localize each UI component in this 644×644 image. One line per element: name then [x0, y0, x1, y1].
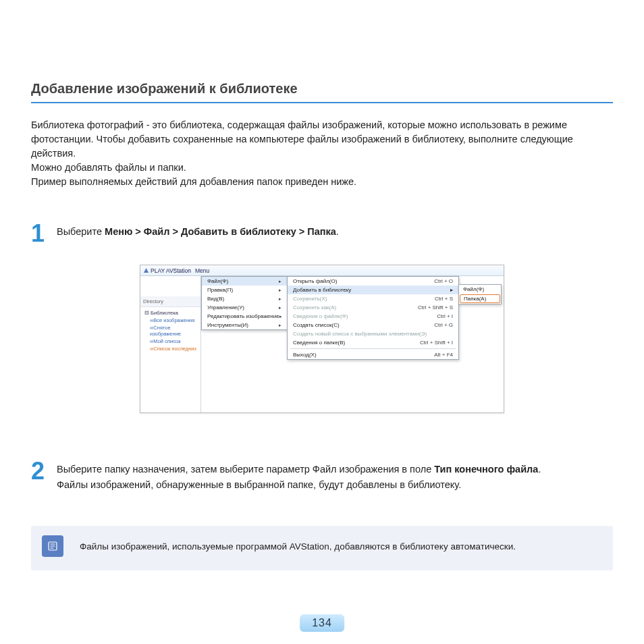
- app-sidebar: Directory ⊟ Библиотека ∞Все изображения …: [140, 276, 201, 412]
- menu-item-tools[interactable]: Инструменты(И)▸: [202, 321, 287, 329]
- tree-item-recent[interactable]: ∞Список последних: [143, 345, 200, 352]
- submenu2-item-folder[interactable]: Папка(A): [460, 294, 500, 303]
- step-1-body: Выберите Меню > Файл > Добавить в библио…: [57, 223, 339, 239]
- intro-para-2: Можно добавлять файлы и папки.: [31, 162, 186, 173]
- app-title: PLAY AVStation: [151, 267, 191, 274]
- app-titlebar: PLAY AVStation Menu: [140, 265, 504, 276]
- chevron-right-icon: ▸: [450, 287, 453, 293]
- step-2-number: 2: [31, 460, 50, 482]
- chevron-right-icon: ▸: [279, 323, 281, 328]
- step-2: 2 Выберите папку назначения, затем выбер…: [31, 460, 613, 492]
- submenu2-item-file[interactable]: Файл(Ф): [459, 285, 501, 294]
- sidebar-directory-label: Directory: [140, 296, 200, 307]
- chevron-right-icon: ▸: [279, 314, 282, 319]
- app-menu-label[interactable]: Menu: [195, 267, 209, 274]
- page-number: 134: [300, 614, 344, 632]
- menu-item-edit-image[interactable]: Редактировать изображение▸: [202, 312, 287, 321]
- tree-item-all-images[interactable]: ∞Все изображения: [143, 317, 200, 324]
- tree-item-my-list[interactable]: ∞Мой список: [143, 338, 200, 345]
- sidebar-tree: ⊟ Библиотека ∞Все изображения ∞Снятое из…: [140, 307, 200, 352]
- note-icon: [42, 535, 63, 557]
- menu-item-view[interactable]: Вид(В)▸: [202, 294, 287, 303]
- menu-item-manage[interactable]: Управление(У)▸: [202, 303, 287, 312]
- intro-text: Библиотека фотографий - это библиотека, …: [31, 118, 613, 189]
- submenu-add-to-library: Файл(Ф) Папка(A): [458, 284, 502, 304]
- submenu-item-save: Сохранить(X)Ctrl + S: [288, 294, 458, 303]
- step-1-number: 1: [31, 223, 50, 244]
- app-screenshot: PLAY AVStation Menu Directory ⊟ Библиоте…: [140, 265, 504, 413]
- heading-rule: [31, 102, 613, 103]
- step-1: 1 Выберите Меню > Файл > Добавить в библ…: [31, 223, 613, 244]
- note-text: Файлы изображений, используемые программ…: [80, 541, 516, 552]
- menu-main: Файл(Ф)▸ Правка(П)▸ Вид(В)▸ Управление(У…: [201, 276, 288, 330]
- submenu-item-file-info: Сведения о файле(Ф)Ctrl + I: [288, 312, 458, 321]
- menu-item-edit[interactable]: Правка(П)▸: [202, 286, 287, 294]
- menu-item-file[interactable]: Файл(Ф)▸: [202, 277, 287, 286]
- menu-separator: [290, 348, 456, 349]
- submenu-item-folder-info[interactable]: Сведения о папке(В)Ctrl + Shift + I: [288, 338, 458, 347]
- chevron-right-icon: ▸: [279, 305, 281, 311]
- submenu-item-save-as: Сохранить как(A)Ctrl + Shift + S: [288, 303, 458, 312]
- submenu-item-open[interactable]: Открыть файл(O)Ctrl + O: [288, 277, 458, 286]
- tree-root[interactable]: ⊟ Библиотека: [143, 309, 200, 317]
- chevron-right-icon: ▸: [279, 288, 281, 293]
- chevron-right-icon: ▸: [279, 296, 281, 302]
- submenu-item-create-list-selected: Создать новый список с выбранными элемен…: [288, 329, 458, 338]
- app-logo-icon: [143, 267, 149, 273]
- note-box: Файлы изображений, используемые программ…: [31, 526, 613, 570]
- step-2-body: Выберите папку назначения, затем выберит…: [57, 460, 541, 492]
- intro-para-1: Библиотека фотографий - это библиотека, …: [31, 119, 573, 159]
- submenu-item-add-to-library[interactable]: Добавить в библиотеку▸: [288, 286, 458, 294]
- submenu-file: Открыть файл(O)Ctrl + O Добавить в библи…: [287, 276, 459, 360]
- chevron-right-icon: ▸: [279, 279, 281, 284]
- tree-item-captured[interactable]: ∞Снятое изображение: [143, 324, 200, 338]
- submenu-item-create-list[interactable]: Создать список(C)Ctrl + G: [288, 321, 458, 329]
- app-main-area: Файл(Ф)▸ Правка(П)▸ Вид(В)▸ Управление(У…: [201, 276, 504, 412]
- section-heading: Добавление изображений к библиотеке: [31, 81, 613, 102]
- submenu-item-exit[interactable]: Выход(X)Alt + F4: [288, 350, 458, 359]
- intro-para-3: Пример выполняемых действий для добавлен…: [31, 176, 356, 187]
